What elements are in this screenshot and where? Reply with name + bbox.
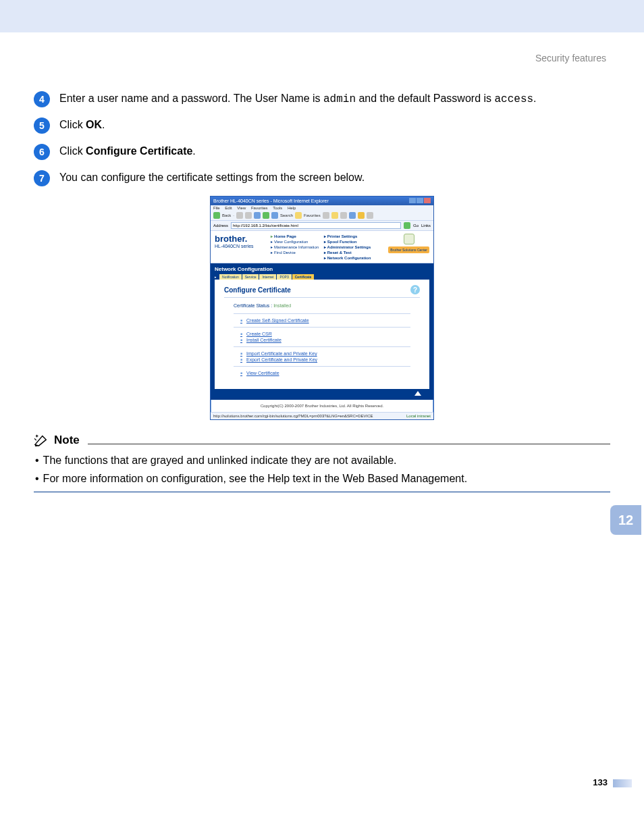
nav-printer-settings[interactable]: ▸ Printer Settings: [324, 234, 371, 238]
search-icon[interactable]: [271, 212, 278, 219]
maximize-icon[interactable]: [417, 198, 423, 203]
chapter-tab: 12: [610, 505, 641, 535]
ie-toolbar: Back · Search Favorites: [211, 211, 433, 221]
step-badge: 6: [34, 144, 50, 160]
copyright-text: Copyright(C) 2000-2007 Brother Industrie…: [211, 400, 433, 412]
step-text: Click: [59, 145, 86, 157]
code-password: access: [494, 93, 533, 105]
step-5: 5 Click OK.: [34, 117, 610, 134]
section-header: Security features: [34, 53, 610, 63]
ie-titlebar: Brother HL-4040CN series - Microsoft Int…: [211, 197, 433, 205]
nav-reset[interactable]: ▸ Reset & Test: [324, 250, 371, 255]
home-icon[interactable]: [263, 212, 269, 219]
nav-find-device[interactable]: ▸ Find Device: [271, 250, 319, 255]
step-text: Enter a user name and a password. The Us…: [59, 93, 323, 104]
nav-admin[interactable]: ▸ Administrator Settings: [324, 244, 371, 249]
screenshot-container: Brother HL-4040CN series - Microsoft Int…: [34, 196, 610, 420]
ie-addressbar: Address Go Links: [211, 221, 433, 231]
step-6: 6 Click Configure Certificate.: [34, 143, 610, 160]
config-tabs: ▸ Notification Service Internet POP3 Cer…: [215, 274, 429, 280]
links-label[interactable]: Links: [421, 224, 431, 228]
tab-service[interactable]: Service: [242, 274, 259, 280]
go-button[interactable]: [404, 222, 410, 229]
note-item: The functions that are grayed and unlink…: [34, 451, 610, 469]
tab-pop3[interactable]: POP3: [277, 274, 291, 280]
back-label[interactable]: Back: [222, 213, 231, 217]
folder-icon[interactable]: [358, 212, 365, 219]
cert-status-value: Installed: [273, 303, 291, 308]
print-icon[interactable]: [340, 212, 347, 219]
refresh-icon[interactable]: [254, 212, 261, 219]
discuss-icon[interactable]: [367, 212, 373, 219]
step-badge: 5: [34, 118, 50, 134]
ie-menubar[interactable]: File Edit View Favorites Tools Help: [211, 205, 433, 211]
top-blue-band: [0, 0, 644, 32]
configure-certificate-title: Configure Certificate: [224, 286, 291, 294]
brother-logo: brother.: [215, 234, 254, 244]
step-text: .: [102, 119, 105, 130]
solutions-center-button[interactable]: Brother Solutions Center: [388, 246, 429, 253]
scroll-top-icon[interactable]: [414, 391, 421, 396]
nav-network-config[interactable]: ▸ Network Configuration: [324, 255, 371, 260]
window-buttons[interactable]: [408, 198, 431, 204]
note-title: Note: [54, 434, 80, 447]
address-input[interactable]: [231, 222, 401, 229]
step-7: 7 You can configure the certificate sett…: [34, 170, 610, 186]
step-text: .: [192, 145, 195, 157]
step-4: 4 Enter a user name and a password. The …: [34, 90, 610, 107]
help-icon[interactable]: ?: [410, 285, 420, 294]
step-badge: 7: [34, 170, 50, 186]
link-install-certificate[interactable]: Install Certificate: [240, 338, 420, 342]
menu-tools[interactable]: Tools: [273, 206, 282, 210]
cert-status-label: Certificate Status :: [234, 303, 272, 308]
close-icon[interactable]: [424, 198, 431, 203]
tab-notification[interactable]: Notification: [219, 274, 242, 280]
note-rule: [88, 437, 610, 444]
link-view-certificate[interactable]: View Certificate: [240, 371, 420, 375]
forward-icon[interactable]: [236, 212, 243, 219]
edit-icon[interactable]: [349, 212, 356, 219]
device-nav-links: ▸ Home Page ▸ Printer Settings ▸ View Co…: [271, 234, 371, 260]
link-export-cert[interactable]: Export Certificate and Private Key: [240, 357, 420, 362]
tab-internet[interactable]: Internet: [259, 274, 276, 280]
toolbar-sep: ·: [233, 213, 234, 217]
favorites-icon[interactable]: [295, 212, 302, 219]
nav-home[interactable]: ▸ Home Page: [271, 234, 319, 238]
tab-collapse-icon[interactable]: ▸: [215, 275, 217, 279]
link-create-self-signed[interactable]: Create Self-Signed Certificate: [240, 318, 420, 323]
status-url: http://solutions.brother.com/cgi-bin/sol…: [213, 414, 373, 418]
stop-icon[interactable]: [245, 212, 252, 219]
nav-view-config[interactable]: ▸ View Configuration: [271, 239, 319, 244]
history-icon[interactable]: [323, 212, 329, 219]
nav-spool[interactable]: ▸ Spool Function: [324, 239, 371, 244]
device-model: HL-4040CN series: [215, 244, 254, 249]
status-zone: Local intranet: [406, 414, 431, 418]
ie-statusbar: http://solutions.brother.com/cgi-bin/sol…: [211, 412, 433, 419]
search-label[interactable]: Search: [280, 213, 293, 217]
panel-footer: [215, 389, 429, 398]
link-create-csr[interactable]: Create CSR: [240, 332, 420, 336]
menu-favorites[interactable]: Favorites: [251, 206, 268, 210]
note-block: Note The functions that are grayed and u…: [34, 434, 610, 492]
address-label: Address: [213, 224, 228, 228]
favorites-label[interactable]: Favorites: [304, 213, 321, 217]
tab-certificate[interactable]: Certificate: [292, 274, 314, 280]
minimize-icon[interactable]: [409, 198, 416, 203]
back-icon[interactable]: [213, 212, 220, 219]
step-text: .: [533, 93, 536, 104]
menu-edit[interactable]: Edit: [225, 206, 232, 210]
device-status-icon: [404, 234, 414, 244]
note-list: The functions that are grayed and unlink…: [34, 451, 610, 492]
ok-label: OK: [86, 119, 102, 130]
network-config-title: Network Configuration: [215, 266, 429, 272]
nav-maintenance[interactable]: ▸ Maintenance Information: [271, 244, 319, 249]
code-username: admin: [323, 93, 356, 105]
mail-icon[interactable]: [331, 212, 338, 219]
menu-view[interactable]: View: [237, 206, 246, 210]
menu-help[interactable]: Help: [288, 206, 296, 210]
device-header: brother. HL-4040CN series ▸ Home Page ▸ …: [211, 231, 433, 263]
menu-file[interactable]: File: [213, 206, 220, 210]
note-icon: [34, 434, 49, 447]
link-import-cert[interactable]: Import Certificate and Private Key: [240, 351, 420, 356]
ie-window: Brother HL-4040CN series - Microsoft Int…: [210, 196, 434, 420]
